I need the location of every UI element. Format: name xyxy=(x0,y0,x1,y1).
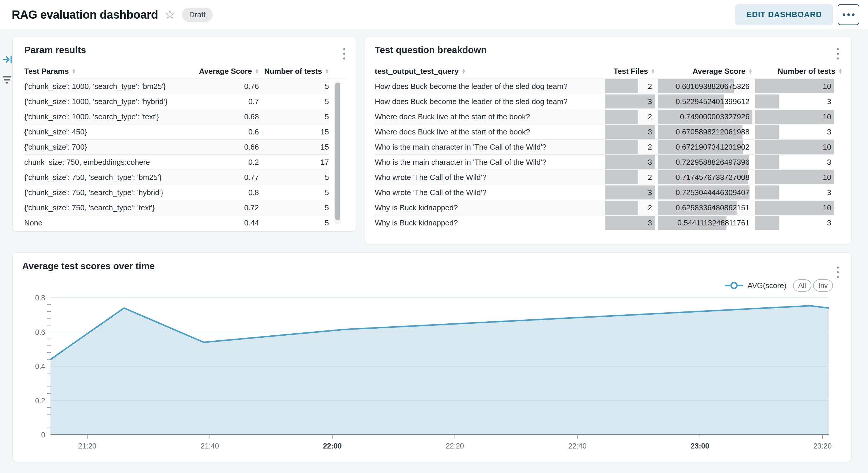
table-row: Who is the main character in 'The Call o… xyxy=(375,140,834,155)
scrollbar-thumb[interactable] xyxy=(335,82,340,220)
cell-average-score: 0.7229588826497396 xyxy=(658,155,752,169)
favorite-star-icon[interactable]: ☆ xyxy=(164,8,176,21)
table-row: {'chunk_size': 750, 'search_type': 'text… xyxy=(24,200,329,215)
table-row: Who is the main character in 'The Call o… xyxy=(375,155,834,170)
legend-item-avg-score[interactable]: AVG(score) xyxy=(725,281,786,290)
cell-value: 0.72 xyxy=(195,203,259,212)
column-header-test-params[interactable]: Test Params ▲▼ xyxy=(24,67,195,76)
cell-value: 0.7253044446309407 xyxy=(658,188,752,197)
svg-text:21:20: 21:20 xyxy=(78,442,97,450)
cell-number-of-tests: 10 xyxy=(755,170,834,184)
sort-icon[interactable]: ▲▼ xyxy=(255,69,259,73)
card-menu-button[interactable] xyxy=(341,46,347,61)
table-row: Why is Buck kidnapped?20.625833648086215… xyxy=(375,200,834,215)
cell-test-params: {'chunk_size': 1000, 'search_type': 'bm2… xyxy=(24,82,195,91)
cell-value: 0.68 xyxy=(195,112,259,121)
cell-test-files: 3 xyxy=(605,155,655,169)
sort-icon[interactable]: ▲▼ xyxy=(838,69,842,73)
column-header-query[interactable]: test_output_test_query ▲▼ xyxy=(375,67,602,76)
cell-value: 0.6721907341231902 xyxy=(658,143,752,151)
cell-value: 0.7174576733727008 xyxy=(658,173,752,182)
card-menu-button[interactable] xyxy=(835,265,841,280)
header-divider xyxy=(22,78,346,78)
column-header-average-score[interactable]: Average Score ▲▼ xyxy=(658,67,752,76)
cell-value: 0.7229588826497396 xyxy=(658,158,752,167)
column-header-number-of-tests[interactable]: Number of tests ▲▼ xyxy=(259,67,329,76)
svg-text:23:00: 23:00 xyxy=(690,442,709,450)
cell-value: 3 xyxy=(605,158,655,167)
cell-test-files: 2 xyxy=(605,200,655,215)
card-menu-button[interactable] xyxy=(835,46,841,61)
cell-test-params: {'chunk_size': 750, 'search_type': 'hybr… xyxy=(24,188,195,197)
chart-legend: AVG(score) All Inv xyxy=(725,279,833,292)
svg-text:0.8: 0.8 xyxy=(35,294,45,302)
cell-query: Why is Buck kidnapped? xyxy=(375,218,602,228)
sort-icon[interactable]: ▲▼ xyxy=(72,69,76,73)
table-row: {'chunk_size': 750, 'search_type': 'hybr… xyxy=(24,185,329,200)
edit-dashboard-button[interactable]: EDIT DASHBOARD xyxy=(735,4,833,25)
cell-average-score: 0.5441113246811761 xyxy=(658,215,752,230)
legend-all-button[interactable]: All xyxy=(793,279,811,292)
table-row: Where does Buck live at the start of the… xyxy=(375,125,834,140)
legend-inv-button[interactable]: Inv xyxy=(813,279,833,292)
sort-icon[interactable]: ▲▼ xyxy=(462,69,466,73)
cell-value: 3 xyxy=(605,97,655,106)
column-header-test-files[interactable]: Test Files ▲▼ xyxy=(605,67,655,76)
column-header-average-score[interactable]: Average Score ▲▼ xyxy=(195,67,259,76)
param-results-rows: {'chunk_size': 1000, 'search_type': 'bm2… xyxy=(24,79,329,230)
table-row: Why is Buck kidnapped?30.544111324681176… xyxy=(375,215,834,230)
cell-value: 0.6705898212061988 xyxy=(658,128,752,136)
svg-text:0.4: 0.4 xyxy=(35,362,45,370)
cell-number-of-tests: 10 xyxy=(755,200,834,215)
svg-text:22:20: 22:20 xyxy=(446,442,464,450)
question-breakdown-card: Test question breakdown test_output_test… xyxy=(365,36,851,244)
collapse-panel-icon[interactable] xyxy=(2,54,13,65)
cell-value: 5 xyxy=(259,188,329,197)
table-row: Who wrote 'The Call of the Wild'?30.7253… xyxy=(375,185,834,200)
cell-test-files: 2 xyxy=(605,109,655,124)
cell-value: 15 xyxy=(259,128,329,136)
cell-test-params: chunk_size: 750, embeddings:cohere xyxy=(24,158,195,167)
cell-query: Who wrote 'The Call of the Wild'? xyxy=(375,173,602,182)
svg-text:0: 0 xyxy=(41,431,45,439)
draft-status-badge: Draft xyxy=(182,8,213,22)
cell-test-files: 3 xyxy=(605,185,655,200)
table-row: chunk_size: 750, embeddings:cohere0.217 xyxy=(24,155,329,170)
legend-line-marker-icon xyxy=(725,281,743,290)
cell-value: 0.6258336480862151 xyxy=(658,203,752,212)
cell-query: Where does Buck live at the start of the… xyxy=(375,128,602,136)
sort-icon[interactable]: ▲▼ xyxy=(748,69,752,73)
cell-value: 2 xyxy=(605,203,655,212)
cell-value: 2 xyxy=(605,143,655,151)
card-title: Average test scores over time xyxy=(22,261,155,271)
cell-value: 3 xyxy=(755,188,834,197)
sort-icon[interactable]: ▲▼ xyxy=(325,69,329,73)
filter-icon[interactable] xyxy=(2,75,12,85)
cell-value: 5 xyxy=(259,112,329,121)
cell-test-params: {'chunk_size': 700} xyxy=(24,143,195,151)
table-row: {'chunk_size': 450}0.615 xyxy=(24,125,329,140)
table-row: How does Buck become the leader of the s… xyxy=(375,79,834,94)
cell-value: 17 xyxy=(259,158,329,167)
cell-value: 2 xyxy=(605,173,655,182)
cell-number-of-tests: 10 xyxy=(755,109,834,124)
cell-value: 0.76 xyxy=(195,82,259,91)
column-header-number-of-tests[interactable]: Number of tests ▲▼ xyxy=(755,67,842,76)
cell-value: 5 xyxy=(259,203,329,212)
cell-value: 0.749000003327926 xyxy=(658,112,752,121)
svg-text:22:00: 22:00 xyxy=(323,442,342,450)
cell-value: 10 xyxy=(755,203,834,212)
cell-average-score: 0.7174576733727008 xyxy=(658,170,752,184)
cell-query: Who is the main character in 'The Call o… xyxy=(375,143,602,151)
more-options-button[interactable] xyxy=(838,4,859,25)
sort-icon[interactable]: ▲▼ xyxy=(651,69,655,73)
cell-value: 3 xyxy=(755,158,834,167)
cell-test-files: 3 xyxy=(605,125,655,139)
cell-value: 3 xyxy=(605,128,655,136)
cell-value: 5 xyxy=(259,218,329,228)
scores-chart-svg[interactable]: 00.20.40.60.821:2021:4022:0022:2022:4023… xyxy=(12,293,851,457)
cell-average-score: 0.749000003327926 xyxy=(658,109,752,124)
svg-text:0.2: 0.2 xyxy=(35,397,45,405)
cell-value: 3 xyxy=(755,97,834,106)
cell-value: 3 xyxy=(755,128,834,136)
